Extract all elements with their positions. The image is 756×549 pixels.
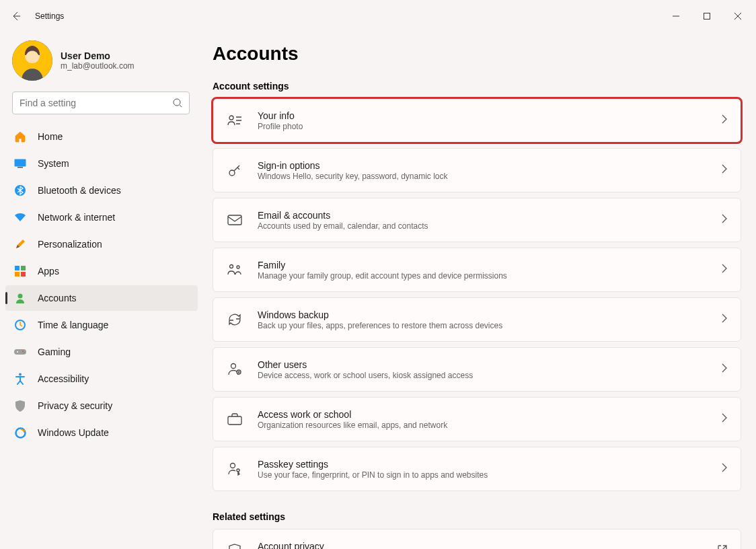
system-icon [13, 157, 27, 170]
card-work-school[interactable]: Access work or schoolOrganization resour… [213, 397, 741, 441]
nav-label: Home [38, 131, 63, 142]
external-link-icon [718, 545, 727, 549]
card-sub: Use your face, fingerprint, or PIN to si… [258, 470, 722, 480]
nav-label: Windows Update [38, 427, 109, 438]
apps-icon [13, 264, 27, 278]
nav-item-home[interactable]: Home [5, 124, 198, 149]
nav-item-system[interactable]: System [5, 151, 198, 176]
svg-rect-26 [228, 416, 241, 425]
shield-icon [13, 399, 27, 412]
svg-point-17 [19, 373, 22, 376]
svg-rect-10 [21, 272, 26, 277]
nav-item-time[interactable]: Time & language [5, 312, 198, 338]
briefcase-icon [227, 411, 243, 427]
svg-rect-21 [228, 215, 241, 225]
close-button[interactable] [722, 5, 753, 27]
card-sub: Organization resources like email, apps,… [258, 420, 722, 430]
nav-item-network[interactable]: Network & internet [5, 205, 198, 230]
card-title: Sign-in options [258, 160, 722, 171]
card-other-users[interactable]: Other usersDevice access, work or school… [213, 347, 741, 392]
nav: Home System Bluetooth & devices Network … [0, 124, 202, 447]
card-your-info[interactable]: Your infoProfile photo [213, 98, 741, 143]
bluetooth-icon [13, 184, 27, 197]
card-passkey[interactable]: Passkey settingsUse your face, fingerpri… [213, 447, 741, 491]
nav-item-personalization[interactable]: Personalization [5, 231, 198, 257]
svg-rect-9 [15, 272, 20, 277]
privacy-shield-icon [227, 543, 243, 549]
card-windows-backup[interactable]: Windows backupBack up your files, apps, … [213, 297, 741, 342]
card-sub: Back up your files, apps, preferences to… [258, 321, 722, 330]
maximize-button[interactable] [691, 5, 722, 27]
user-block[interactable]: User Demo m_lab@outlook.com [0, 38, 202, 92]
svg-point-27 [231, 464, 235, 468]
nav-label: Time & language [38, 320, 108, 330]
svg-point-14 [17, 351, 18, 353]
svg-point-18 [15, 428, 25, 437]
card-title: Passkey settings [258, 459, 722, 470]
chevron-right-icon [722, 314, 727, 326]
nav-item-apps[interactable]: Apps [5, 258, 198, 284]
user-name: User Demo [61, 50, 135, 61]
svg-point-15 [22, 351, 24, 352]
card-title: Access work or school [258, 409, 722, 420]
paintbrush-icon [13, 237, 27, 251]
avatar [12, 40, 52, 81]
card-title: Family [258, 260, 722, 270]
svg-point-19 [229, 116, 233, 120]
svg-point-24 [231, 364, 236, 369]
search-box[interactable] [12, 92, 190, 114]
card-title: Email & accounts [258, 210, 722, 221]
nav-label: Privacy & security [38, 400, 112, 411]
nav-label: Accessibility [38, 373, 89, 384]
back-button[interactable] [3, 3, 30, 30]
update-icon [13, 426, 27, 439]
mail-icon [227, 212, 243, 228]
svg-point-11 [18, 294, 23, 299]
nav-item-accessibility[interactable]: Accessibility [5, 366, 198, 392]
window-controls [660, 5, 753, 27]
section-heading-related: Related settings [213, 511, 741, 522]
card-sub: Profile photo [258, 122, 722, 131]
close-icon [734, 13, 741, 20]
passkey-icon [227, 461, 243, 477]
card-sub: Device access, work or school users, kio… [258, 371, 722, 380]
svg-point-16 [24, 352, 25, 353]
minimize-icon [673, 13, 679, 20]
chevron-right-icon [722, 114, 727, 126]
maximize-icon [704, 13, 710, 20]
card-family[interactable]: FamilyManage your family group, edit acc… [213, 248, 741, 292]
search-icon [173, 98, 182, 108]
card-email-accounts[interactable]: Email & accountsAccounts used by email, … [213, 198, 741, 242]
svg-point-20 [229, 170, 235, 176]
nav-item-accounts[interactable]: Accounts [5, 285, 198, 311]
card-title: Your info [258, 110, 722, 121]
page-title: Accounts [213, 43, 741, 65]
nav-label: Apps [38, 266, 59, 277]
nav-item-update[interactable]: Windows Update [5, 420, 198, 445]
nav-label: Personalization [38, 239, 102, 250]
nav-label: Network & internet [38, 212, 115, 223]
card-sign-in-options[interactable]: Sign-in optionsWindows Hello, security k… [213, 148, 741, 192]
card-title: Other users [258, 359, 722, 370]
nav-item-privacy[interactable]: Privacy & security [5, 393, 198, 418]
titlebar: Settings [0, 0, 756, 32]
minimize-button[interactable] [660, 5, 691, 27]
chevron-right-icon [722, 413, 727, 425]
home-icon [13, 130, 27, 143]
svg-rect-8 [21, 266, 26, 270]
svg-rect-0 [704, 13, 710, 20]
chevron-right-icon [722, 214, 727, 226]
globe-clock-icon [13, 318, 27, 332]
card-account-privacy[interactable]: Account privacyView your privacy dashboa… [213, 529, 741, 549]
key-icon [227, 162, 243, 178]
sync-icon [227, 312, 243, 328]
search-input[interactable] [20, 98, 173, 108]
chevron-right-icon [722, 463, 727, 475]
nav-item-gaming[interactable]: Gaming [5, 339, 198, 365]
card-sub: Accounts used by email, calendar, and co… [258, 221, 722, 231]
svg-rect-5 [17, 167, 23, 168]
svg-point-3 [174, 99, 180, 106]
person-add-icon [227, 361, 243, 377]
nav-label: Accounts [38, 293, 77, 303]
nav-item-bluetooth[interactable]: Bluetooth & devices [5, 178, 198, 203]
